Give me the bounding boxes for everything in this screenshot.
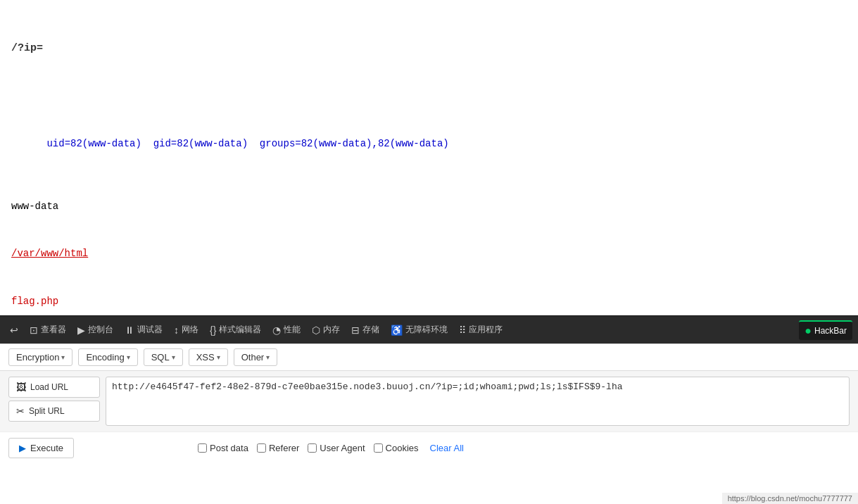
url-section: 🖼 Load URL ✂ Split URL <box>0 371 858 431</box>
encoding-label: Encoding <box>86 352 124 363</box>
encryption-menu[interactable]: Encryption ▾ <box>8 348 72 366</box>
devtools-perf[interactable]: ◔ 性能 <box>268 321 305 339</box>
network-icon: ↕ <box>174 325 179 336</box>
xss-caret: ▾ <box>217 353 220 361</box>
devtools-accessibility[interactable]: ♿ 无障碍环境 <box>386 321 452 339</box>
post-data-label: Post data <box>210 443 248 453</box>
hackbar-menu: Encryption ▾ Encoding ▾ SQL ▾ XSS ▾ Othe… <box>0 344 858 371</box>
perf-icon: ◔ <box>272 325 281 336</box>
load-url-button[interactable]: 🖼 Load URL <box>8 377 100 398</box>
devtools-inspector-label: 查看器 <box>41 324 66 336</box>
referer-label: Referer <box>269 443 299 453</box>
referer-checkbox[interactable] <box>257 443 266 453</box>
user-agent-checkbox-item[interactable]: User Agent <box>308 443 365 453</box>
post-data-checkbox-item[interactable]: Post data <box>198 443 248 453</box>
sql-caret: ▾ <box>172 353 175 361</box>
encryption-caret: ▾ <box>61 353 65 361</box>
encoding-caret: ▾ <box>127 353 130 361</box>
execute-label: Execute <box>30 443 63 453</box>
encoding-menu[interactable]: Encoding ▾ <box>78 348 137 366</box>
devtools-inspector[interactable]: ⊡ 查看器 <box>25 321 70 339</box>
execute-button[interactable]: ▶ Execute <box>8 438 74 458</box>
devtools-perf-label: 性能 <box>284 324 301 336</box>
referer-checkbox-item[interactable]: Referer <box>257 443 299 453</box>
other-menu[interactable]: Other ▾ <box>234 348 278 366</box>
other-caret: ▾ <box>266 353 270 361</box>
output-panel: /?ip= uid=82(www-data) gid=82(www-data) … <box>0 0 858 315</box>
load-url-label: Load URL <box>30 382 68 392</box>
hackbar-panel: Encryption ▾ Encoding ▾ SQL ▾ XSS ▾ Othe… <box>0 344 858 464</box>
style-icon: {} <box>210 325 216 336</box>
devtools-storage-label: 存储 <box>362 324 379 336</box>
devtools-apps[interactable]: ⠿ 应用程序 <box>455 321 507 339</box>
sql-menu[interactable]: SQL ▾ <box>144 348 183 366</box>
load-url-icon: 🖼 <box>16 382 26 393</box>
devtools-style[interactable]: {} 样式编辑器 <box>206 321 265 339</box>
devtools-accessibility-label: 无障碍环境 <box>405 324 448 336</box>
devtools-hackbar[interactable]: ● HackBar <box>799 320 852 340</box>
execute-icon: ▶ <box>19 443 26 453</box>
cookies-checkbox-item[interactable]: Cookies <box>374 443 419 453</box>
memory-icon: ⬡ <box>312 325 320 336</box>
query-line: /?ip= <box>11 40 847 57</box>
console-icon: ▶ <box>77 325 85 336</box>
split-url-label: Split URL <box>29 406 65 416</box>
apps-icon: ⠿ <box>459 325 466 336</box>
status-url: https://blog.csdn.net/mochu7777777 <box>728 494 852 503</box>
devtools-memory[interactable]: ⬡ 内存 <box>308 321 344 339</box>
bottom-bar: ▶ Execute Post data Referer User Agent C… <box>0 431 858 464</box>
devtools-console[interactable]: ▶ 控制台 <box>73 321 118 339</box>
devtools-bar: ↩ ⊡ 查看器 ▶ 控制台 ⏸ 调试器 ↕ 网络 {} 样式编辑器 ◔ 性能 ⬡… <box>0 315 858 344</box>
devtools-style-label: 样式编辑器 <box>219 324 261 336</box>
other-label: Other <box>241 352 265 363</box>
url-input[interactable] <box>106 377 850 426</box>
sql-label: SQL <box>151 352 170 363</box>
devtools-hackbar-label: HackBar <box>814 326 847 336</box>
back-icon: ↩ <box>10 325 18 336</box>
debugger-icon: ⏸ <box>125 325 134 336</box>
xss-label: XSS <box>196 352 215 363</box>
split-url-icon: ✂ <box>16 405 25 417</box>
clear-all-button[interactable]: Clear All <box>427 441 467 455</box>
cookies-label: Cookies <box>386 443 419 453</box>
output-line-uid: uid=82(www-data) gid=82(www-data) groups… <box>11 120 847 167</box>
output-line-www: www-data <box>11 199 847 214</box>
devtools-storage[interactable]: ⊟ 存储 <box>347 321 384 339</box>
status-bar: https://blog.csdn.net/mochu7777777 <box>722 493 858 504</box>
devtools-console-label: 控制台 <box>88 324 113 336</box>
accessibility-icon: ♿ <box>391 325 403 336</box>
devtools-network[interactable]: ↕ 网络 <box>170 321 203 339</box>
checkbox-group: Post data Referer User Agent Cookies Cle… <box>198 441 467 455</box>
xss-menu[interactable]: XSS ▾ <box>189 348 228 366</box>
storage-icon: ⊟ <box>351 325 360 336</box>
cookies-checkbox[interactable] <box>374 443 383 453</box>
post-data-checkbox[interactable] <box>198 443 207 453</box>
split-url-button[interactable]: ✂ Split URL <box>8 401 100 422</box>
inspector-icon: ⊡ <box>30 325 38 336</box>
devtools-debugger-label: 调试器 <box>137 324 163 336</box>
devtools-apps-label: 应用程序 <box>469 324 503 336</box>
url-buttons: 🖼 Load URL ✂ Split URL <box>8 377 100 422</box>
user-agent-label: User Agent <box>320 443 365 453</box>
hackbar-icon: ● <box>805 325 812 337</box>
output-line-flag: flag.php <box>11 294 847 309</box>
devtools-back[interactable]: ↩ <box>6 322 23 339</box>
user-agent-checkbox[interactable] <box>308 443 317 453</box>
devtools-network-label: 网络 <box>182 324 198 336</box>
devtools-memory-label: 内存 <box>323 324 340 336</box>
devtools-debugger[interactable]: ⏸ 调试器 <box>120 321 167 339</box>
output-line-path: /var/www/html <box>11 246 847 261</box>
encryption-label: Encryption <box>16 352 59 363</box>
